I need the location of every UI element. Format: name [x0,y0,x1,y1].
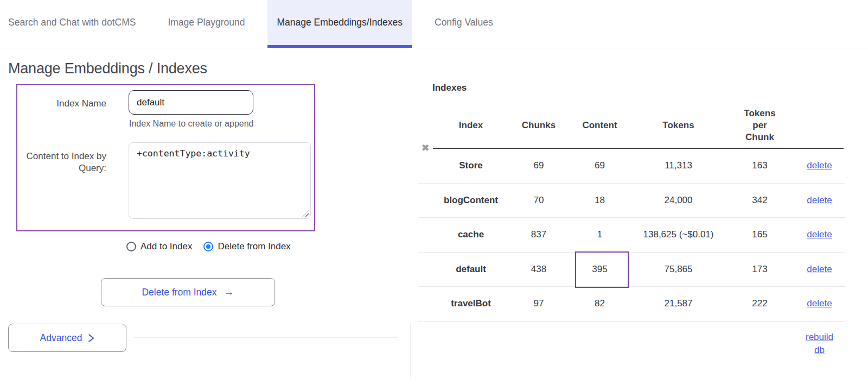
close-icon[interactable]: ✖ [418,143,433,154]
query-label: Content to Index by Query: [20,150,106,174]
app-root: Search and Chat with dotCMS Image Playgr… [0,0,868,384]
delete-link[interactable]: delete [807,160,832,171]
chunks-cell: 837 [509,229,569,240]
mode-radio-option[interactable]: Delete from Index [203,241,290,252]
delete-link[interactable]: delete [807,229,832,240]
column-header-tokens: Tokens [631,119,726,131]
index-name-helper: Index Name to create or append [129,119,253,129]
tab-label: Image Playground [168,17,245,28]
query-textarea[interactable]: +contentType:activity [129,142,311,219]
submit-button-label: Delete from Index [142,287,216,298]
arrow-right-icon: → [224,286,234,298]
tokens-cell: 75,865 [631,264,726,275]
actions-cell: delete [794,264,845,275]
content-cell: 82 [569,298,631,309]
index-name-cell: cache [433,229,509,240]
tokens-per-chunk-cell: 173 [726,264,794,275]
tab[interactable]: Manage Embeddings/Indexes [267,0,412,48]
table-row: default 438 395 75,865 173 delete [418,253,845,287]
index-name-input[interactable] [129,90,253,115]
vertical-divider [410,323,411,377]
index-name-label: Index Name [20,98,106,109]
index-name-cell: travelBot [433,298,509,309]
table-header-divider: ✖ [418,148,845,149]
table-row: blogContent 70 18 24,000 342 delete [418,184,845,218]
column-header-chunks: Chunks [509,119,569,131]
tokens-cell: 24,000 [631,195,726,206]
radio-label: Delete from Index [218,241,290,252]
chunks-cell: 438 [509,264,569,275]
index-name-cell: blogContent [433,195,509,206]
delete-from-index-button[interactable]: Delete from Index → [101,278,275,306]
column-header-tokens-per-chunk: Tokens per Chunk [726,108,794,143]
radio-icon [126,242,136,251]
chunks-cell: 97 [509,298,569,309]
table-row: travelBot 97 82 21,587 222 delete [418,287,845,322]
content-cell: 1 [569,229,631,240]
horizontal-divider [134,337,398,338]
table-footer-row: rebuild db [418,322,845,357]
actions-cell: delete [794,229,845,240]
radio-icon [203,242,213,251]
content-cell: 18 [569,195,631,206]
actions-cell: delete [794,160,845,171]
mode-radio-option[interactable]: Add to Index [126,241,192,252]
delete-link[interactable]: delete [807,298,832,309]
tokens-per-chunk-cell: 165 [726,229,794,240]
table-row: Store 69 69 11,313 163 delete [418,149,845,184]
chunks-cell: 69 [509,160,569,171]
main-content: Manage Embeddings / Indexes Index Name I… [0,48,868,384]
tokens-cell: 11,313 [631,160,726,171]
tab-label: Manage Embeddings/Indexes [277,17,403,28]
table-row: cache 837 1 138,625 (~$0.01) 165 delete [418,218,845,253]
delete-link[interactable]: delete [807,195,832,205]
indexes-title: Indexes [432,83,467,93]
tab-label: Search and Chat with dotCMS [8,17,136,28]
index-name-cell: default [433,264,509,275]
column-header-content: Content [569,119,631,131]
advanced-button[interactable]: Advanced [8,324,126,352]
advanced-button-label: Advanced [40,332,82,344]
index-name-cell: Store [433,160,509,171]
actions-cell: delete [794,298,845,309]
rebuild-cell: rebuild db [794,331,845,357]
tab[interactable]: Search and Chat with dotCMS [8,0,145,48]
tab[interactable]: Config Values [425,0,502,48]
page-title: Manage Embeddings / Indexes [8,60,207,77]
actions-cell: delete [794,195,845,206]
chevron-right-icon [88,334,94,342]
rebuild-db-link[interactable]: rebuild db [802,331,837,357]
tab-bar: Search and Chat with dotCMS Image Playgr… [0,0,868,48]
chunks-cell: 70 [509,195,569,206]
embeddings-form: Index Name Index Name to create or appen… [16,84,315,231]
tokens-cell: 21,587 [631,298,726,309]
column-header-index: Index [433,119,509,131]
mode-radio-group: Add to Index Delete from Index [126,241,302,252]
tab-label: Config Values [435,17,493,28]
tokens-cell: 138,625 (~$0.01) [631,229,726,240]
indexes-table: Index Chunks Content Tokens Tokens per C… [418,103,845,357]
delete-link[interactable]: delete [807,264,832,274]
content-cell: 69 [569,160,631,171]
header-rule [433,148,844,149]
table-header-row: Index Chunks Content Tokens Tokens per C… [418,103,845,148]
tokens-per-chunk-cell: 342 [726,195,794,206]
tab[interactable]: Image Playground [158,0,254,48]
query-textarea-wrap: +contentType:activity [129,142,311,219]
tokens-per-chunk-cell: 163 [726,160,794,171]
content-cell: 395 [569,264,631,275]
radio-label: Add to Index [141,241,192,252]
tokens-per-chunk-cell: 222 [726,298,794,309]
